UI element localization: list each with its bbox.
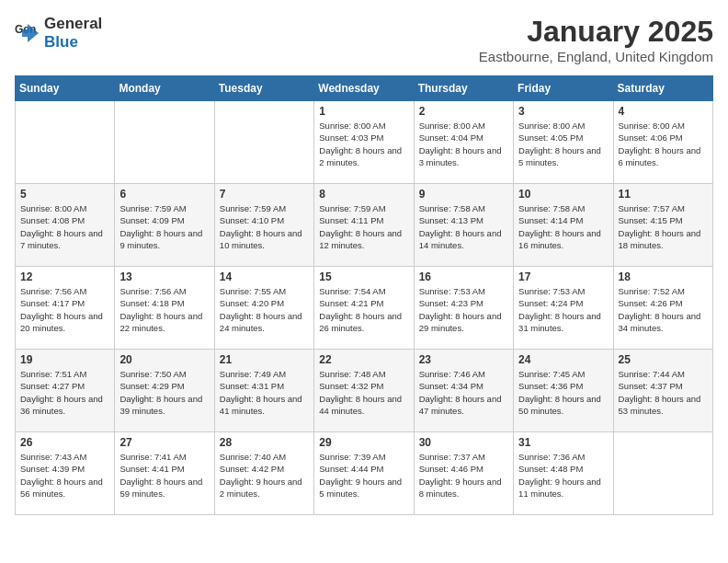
daylight-text: Daylight: 8 hours and 56 minutes. bbox=[20, 477, 103, 499]
calendar-body: 1 Sunrise: 8:00 AM Sunset: 4:03 PM Dayli… bbox=[16, 101, 713, 515]
day-info: Sunrise: 7:57 AM Sunset: 4:15 PM Dayligh… bbox=[619, 202, 708, 251]
sunset-text: Sunset: 4:31 PM bbox=[220, 381, 284, 391]
sunrise-text: Sunrise: 7:56 AM bbox=[20, 286, 86, 296]
sunset-text: Sunset: 4:37 PM bbox=[619, 381, 683, 391]
day-number: 29 bbox=[319, 436, 408, 449]
page-header: Gen General Blue January 2025 Eastbourne… bbox=[15, 15, 713, 64]
day-number: 15 bbox=[319, 270, 408, 283]
day-number: 22 bbox=[319, 353, 408, 366]
day-number: 2 bbox=[419, 105, 508, 118]
day-number: 28 bbox=[220, 436, 309, 449]
sunrise-text: Sunrise: 7:56 AM bbox=[119, 286, 186, 296]
header-row: Sunday Monday Tuesday Wednesday Thursday… bbox=[16, 76, 713, 101]
sunset-text: Sunset: 4:29 PM bbox=[119, 381, 184, 391]
sunset-text: Sunset: 4:15 PM bbox=[619, 215, 683, 225]
day-cell-0-5: 3 Sunrise: 8:00 AM Sunset: 4:05 PM Dayli… bbox=[514, 101, 613, 184]
sunset-text: Sunset: 4:03 PM bbox=[319, 132, 383, 143]
day-number: 30 bbox=[419, 436, 508, 449]
daylight-text: Daylight: 9 hours and 5 minutes. bbox=[319, 477, 402, 499]
daylight-text: Daylight: 8 hours and 39 minutes. bbox=[119, 394, 202, 416]
day-cell-1-3: 8 Sunrise: 7:59 AM Sunset: 4:11 PM Dayli… bbox=[314, 184, 414, 267]
sunset-text: Sunset: 4:14 PM bbox=[518, 215, 583, 225]
day-info: Sunrise: 7:43 AM Sunset: 4:39 PM Dayligh… bbox=[20, 451, 109, 500]
sunset-text: Sunset: 4:48 PM bbox=[518, 464, 583, 474]
day-cell-1-0: 5 Sunrise: 8:00 AM Sunset: 4:08 PM Dayli… bbox=[16, 184, 115, 267]
sunrise-text: Sunrise: 7:40 AM bbox=[220, 452, 286, 462]
sunset-text: Sunset: 4:27 PM bbox=[20, 381, 85, 391]
daylight-text: Daylight: 8 hours and 9 minutes. bbox=[119, 228, 202, 250]
sunrise-text: Sunrise: 7:37 AM bbox=[419, 452, 485, 462]
day-number: 26 bbox=[20, 436, 109, 449]
sunset-text: Sunset: 4:32 PM bbox=[319, 381, 383, 391]
day-cell-4-2: 28 Sunrise: 7:40 AM Sunset: 4:42 PM Dayl… bbox=[214, 432, 313, 515]
month-title: January 2025 bbox=[479, 15, 713, 49]
day-info: Sunrise: 7:58 AM Sunset: 4:14 PM Dayligh… bbox=[518, 202, 608, 251]
day-number: 12 bbox=[20, 270, 109, 283]
sunrise-text: Sunrise: 7:43 AM bbox=[20, 452, 86, 462]
day-info: Sunrise: 7:55 AM Sunset: 4:20 PM Dayligh… bbox=[220, 285, 309, 334]
day-number: 27 bbox=[119, 436, 209, 449]
sunset-text: Sunset: 4:17 PM bbox=[20, 298, 85, 308]
day-cell-1-4: 9 Sunrise: 7:58 AM Sunset: 4:13 PM Dayli… bbox=[414, 184, 513, 267]
sunrise-text: Sunrise: 7:48 AM bbox=[319, 369, 385, 379]
sunset-text: Sunset: 4:34 PM bbox=[419, 381, 483, 391]
sunrise-text: Sunrise: 7:59 AM bbox=[319, 203, 385, 213]
day-number: 14 bbox=[220, 270, 309, 283]
day-info: Sunrise: 7:53 AM Sunset: 4:24 PM Dayligh… bbox=[518, 285, 608, 334]
daylight-text: Daylight: 8 hours and 18 minutes. bbox=[619, 228, 701, 250]
day-cell-0-4: 2 Sunrise: 8:00 AM Sunset: 4:04 PM Dayli… bbox=[414, 101, 513, 184]
day-cell-0-0 bbox=[16, 101, 115, 184]
sunrise-text: Sunrise: 7:49 AM bbox=[220, 369, 286, 379]
week-row-4: 26 Sunrise: 7:43 AM Sunset: 4:39 PM Dayl… bbox=[16, 432, 713, 515]
sunset-text: Sunset: 4:20 PM bbox=[220, 298, 284, 308]
day-cell-0-3: 1 Sunrise: 8:00 AM Sunset: 4:03 PM Dayli… bbox=[314, 101, 414, 184]
daylight-text: Daylight: 8 hours and 10 minutes. bbox=[220, 228, 302, 250]
sunrise-text: Sunrise: 7:36 AM bbox=[518, 452, 585, 462]
day-info: Sunrise: 7:45 AM Sunset: 4:36 PM Dayligh… bbox=[518, 368, 608, 417]
sunset-text: Sunset: 4:18 PM bbox=[119, 298, 184, 308]
day-cell-2-6: 18 Sunrise: 7:52 AM Sunset: 4:26 PM Dayl… bbox=[613, 267, 712, 350]
daylight-text: Daylight: 8 hours and 16 minutes. bbox=[518, 228, 601, 250]
day-info: Sunrise: 7:36 AM Sunset: 4:48 PM Dayligh… bbox=[518, 451, 608, 500]
daylight-text: Daylight: 8 hours and 14 minutes. bbox=[419, 228, 502, 250]
day-number: 16 bbox=[419, 270, 508, 283]
logo-blue: Blue bbox=[44, 33, 78, 51]
daylight-text: Daylight: 8 hours and 44 minutes. bbox=[319, 394, 402, 416]
day-info: Sunrise: 8:00 AM Sunset: 4:08 PM Dayligh… bbox=[20, 202, 109, 251]
sunrise-text: Sunrise: 7:50 AM bbox=[119, 369, 186, 379]
daylight-text: Daylight: 8 hours and 22 minutes. bbox=[119, 311, 202, 333]
day-cell-3-2: 21 Sunrise: 7:49 AM Sunset: 4:31 PM Dayl… bbox=[214, 350, 313, 432]
sunrise-text: Sunrise: 7:58 AM bbox=[518, 203, 585, 213]
day-cell-1-2: 7 Sunrise: 7:59 AM Sunset: 4:10 PM Dayli… bbox=[214, 184, 313, 267]
sunrise-text: Sunrise: 8:00 AM bbox=[619, 121, 685, 131]
sunset-text: Sunset: 4:04 PM bbox=[419, 132, 483, 143]
day-info: Sunrise: 7:48 AM Sunset: 4:32 PM Dayligh… bbox=[319, 368, 408, 417]
day-cell-2-3: 15 Sunrise: 7:54 AM Sunset: 4:21 PM Dayl… bbox=[314, 267, 414, 350]
day-info: Sunrise: 7:51 AM Sunset: 4:27 PM Dayligh… bbox=[20, 368, 109, 417]
sunset-text: Sunset: 4:05 PM bbox=[518, 132, 583, 143]
day-number: 21 bbox=[220, 353, 309, 366]
day-info: Sunrise: 7:59 AM Sunset: 4:11 PM Dayligh… bbox=[319, 202, 408, 251]
location-title: Eastbourne, England, United Kingdom bbox=[479, 49, 713, 64]
day-number: 31 bbox=[518, 436, 608, 449]
sunrise-text: Sunrise: 7:53 AM bbox=[518, 286, 585, 296]
day-cell-4-4: 30 Sunrise: 7:37 AM Sunset: 4:46 PM Dayl… bbox=[414, 432, 513, 515]
day-cell-3-0: 19 Sunrise: 7:51 AM Sunset: 4:27 PM Dayl… bbox=[16, 350, 115, 432]
sunset-text: Sunset: 4:09 PM bbox=[119, 215, 184, 225]
sunrise-text: Sunrise: 7:58 AM bbox=[419, 203, 485, 213]
day-info: Sunrise: 7:39 AM Sunset: 4:44 PM Dayligh… bbox=[319, 451, 408, 500]
daylight-text: Daylight: 8 hours and 26 minutes. bbox=[319, 311, 402, 333]
daylight-text: Daylight: 9 hours and 8 minutes. bbox=[419, 477, 502, 499]
sunset-text: Sunset: 4:10 PM bbox=[220, 215, 284, 225]
week-row-2: 12 Sunrise: 7:56 AM Sunset: 4:17 PM Dayl… bbox=[16, 267, 713, 350]
day-number: 6 bbox=[119, 188, 209, 201]
logo: Gen General Blue bbox=[15, 15, 102, 52]
day-cell-2-2: 14 Sunrise: 7:55 AM Sunset: 4:20 PM Dayl… bbox=[214, 267, 313, 350]
daylight-text: Daylight: 8 hours and 53 minutes. bbox=[619, 394, 701, 416]
logo-icon: Gen bbox=[15, 20, 40, 46]
day-cell-2-1: 13 Sunrise: 7:56 AM Sunset: 4:18 PM Dayl… bbox=[115, 267, 214, 350]
day-cell-4-3: 29 Sunrise: 7:39 AM Sunset: 4:44 PM Dayl… bbox=[314, 432, 414, 515]
sunset-text: Sunset: 4:26 PM bbox=[619, 298, 683, 308]
day-info: Sunrise: 7:52 AM Sunset: 4:26 PM Dayligh… bbox=[619, 285, 708, 334]
day-info: Sunrise: 7:59 AM Sunset: 4:10 PM Dayligh… bbox=[220, 202, 309, 251]
